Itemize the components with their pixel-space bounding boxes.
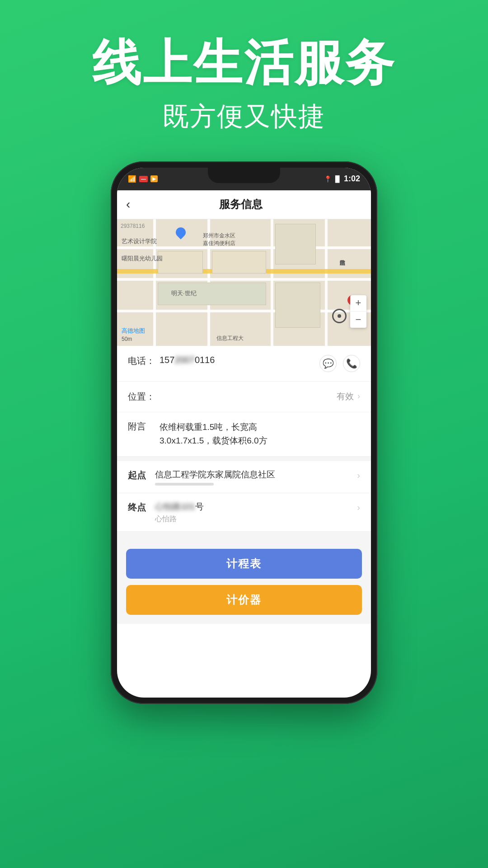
map-background: 艺术设计学院 曙阳晨光幼儿园 明天·世纪 郑州市金水区嘉佳鸿便利店 信息学院路 … — [117, 219, 371, 346]
end-label: 终点 — [128, 500, 155, 514]
note-row: 附言 依维柯载重1.5吨，长宽高3.0x1.7x1.5，载货体积6.0方 — [117, 412, 371, 457]
phone-actions: 💬 📞 — [319, 355, 360, 372]
end-content: 心怡路101号 心怡路 — [155, 500, 357, 524]
schedule-button[interactable]: 计程表 — [126, 549, 362, 579]
map-zoom-out[interactable]: − — [350, 311, 366, 328]
battery-icon: ▉ — [335, 175, 340, 183]
start-label: 起点 — [128, 468, 155, 481]
location-right: 有效 › — [337, 391, 360, 402]
end-chevron: › — [357, 500, 360, 513]
map-gaode-label: 高德地图 — [122, 327, 145, 335]
phone-inner: 📶 — ▶ 📍 ▉ 1:02 ‹ 服务信息 — [117, 168, 371, 698]
hero-section: 线上生活服务 既方便又快捷 — [0, 0, 488, 161]
map-zoom-in[interactable]: + — [350, 295, 366, 311]
map-label-art-school: 艺术设计学院 — [122, 237, 157, 245]
end-sub: 心怡路 — [155, 514, 357, 524]
map-area[interactable]: 艺术设计学院 曙阳晨光幼儿园 明天·世纪 郑州市金水区嘉佳鸿便利店 信息学院路 … — [117, 219, 371, 346]
notch — [208, 168, 280, 183]
lock-icon: — — [139, 176, 148, 182]
location-icon: 📍 — [324, 175, 332, 183]
map-label-kindergarten: 曙阳晨光幼儿园 — [122, 255, 163, 263]
end-main: 心怡路101号 — [155, 500, 357, 514]
section-divider — [117, 457, 371, 461]
start-point-row[interactable]: 起点 信息工程学院东家属院信息社区 › — [117, 461, 371, 494]
status-right: 📍 ▉ 1:02 — [324, 174, 360, 184]
nav-title: 服务信息 — [137, 197, 344, 212]
compass-icon[interactable] — [332, 309, 347, 323]
call-icon[interactable]: 📞 — [343, 355, 360, 372]
note-label: 附言 — [128, 420, 160, 433]
map-label-tomorrow: 明天·世纪 — [171, 289, 197, 297]
note-value: 依维柯载重1.5吨，长宽高3.0x1.7x1.5，载货体积6.0方 — [160, 420, 267, 448]
phone-mockup: 📶 — ▶ 📍 ▉ 1:02 ‹ 服务信息 — [111, 161, 377, 704]
back-button[interactable]: ‹ — [126, 197, 130, 212]
play-icon: ▶ — [150, 175, 158, 182]
start-main: 信息工程学院东家属院信息社区 — [155, 468, 357, 481]
end-point-row[interactable]: 终点 心怡路101号 心怡路 › — [117, 493, 371, 532]
status-left: 📶 — ▶ — [128, 175, 158, 183]
btn-spacer — [126, 540, 362, 542]
start-sub — [155, 483, 214, 486]
map-id: 29378116 — [121, 223, 145, 229]
hero-subtitle: 既方便又快捷 — [0, 99, 488, 134]
map-zoom-controls: + − — [350, 295, 366, 328]
map-label-store: 郑州市金水区嘉佳鸿便利店 — [203, 232, 235, 247]
map-label-info-univ: 信息工程大 — [216, 335, 244, 342]
status-time: 1:02 — [344, 174, 360, 184]
phone-row: 电话： 15720070116 💬 📞 — [117, 346, 371, 382]
phone-frame: 📶 — ▶ 📍 ▉ 1:02 ‹ 服务信息 — [111, 161, 377, 704]
start-chevron: › — [357, 468, 360, 481]
location-label: 位置： — [128, 391, 160, 403]
wifi-icon: 📶 — [128, 175, 136, 183]
info-section: 电话： 15720070116 💬 📞 位置： 有效 › — [117, 346, 371, 624]
chat-icon[interactable]: 💬 — [319, 355, 337, 372]
location-status: 有效 — [337, 391, 354, 402]
map-scale: 50m — [122, 336, 132, 342]
nav-bar: ‹ 服务信息 — [117, 190, 371, 219]
hero-title: 线上生活服务 — [0, 36, 488, 90]
map-pin-blue — [176, 227, 186, 240]
start-content: 信息工程学院东家属院信息社区 — [155, 468, 357, 486]
calculator-button[interactable]: 计价器 — [126, 585, 362, 615]
status-bar: 📶 — ▶ 📍 ▉ 1:02 — [117, 168, 371, 190]
location-chevron: › — [357, 392, 360, 401]
phone-label: 电话： — [128, 355, 160, 367]
location-row[interactable]: 位置： 有效 › — [117, 382, 371, 412]
phone-value: 15720070116 — [160, 355, 319, 365]
buttons-section: 计程表 计价器 — [117, 532, 371, 624]
